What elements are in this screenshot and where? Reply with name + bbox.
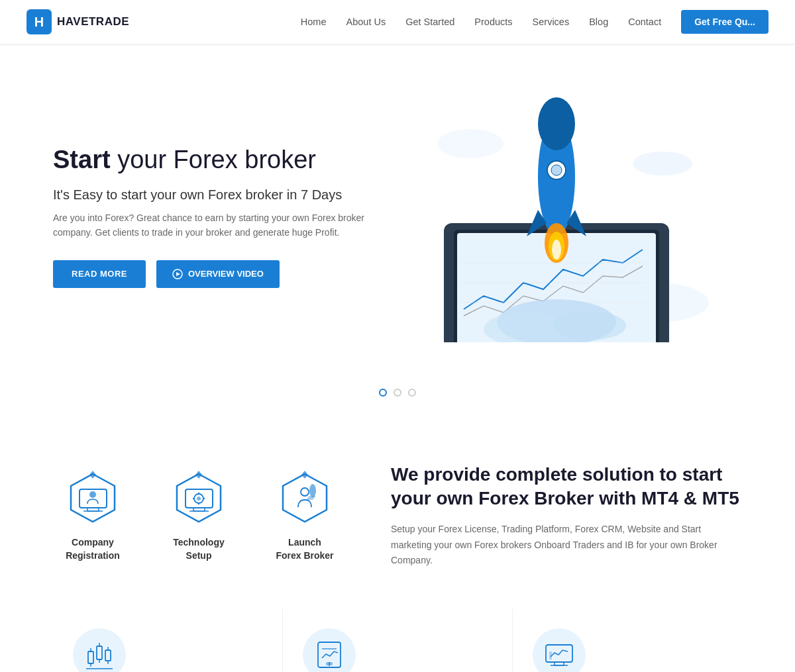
site-header: H HAVETRADE Home About Us Get Started Pr… [0,0,795,44]
slider-dot-3[interactable] [408,389,416,397]
trader-portal-icon [543,638,576,671]
svg-marker-49 [306,496,316,500]
features-heading: We provide complete solution to start yo… [391,463,742,511]
features-icons: Company Registration [53,469,344,562]
svg-point-40 [197,497,201,501]
features-description: We provide complete solution to start yo… [371,463,742,569]
svg-point-18 [538,97,575,150]
features-section: Company Registration [0,423,795,608]
tech-setup-label: TechnologySetup [173,536,225,562]
svg-point-20 [551,165,562,175]
svg-point-26 [437,129,504,158]
nav-get-started[interactable]: Get Started [405,17,454,27]
svg-point-16 [553,311,626,340]
company-reg-icon [65,471,121,527]
svg-rect-56 [105,650,111,661]
hero-section: Start your Forex broker It's Easy to sta… [0,44,795,375]
launch-broker-icon [277,471,333,527]
tech-setup-icon [171,471,227,527]
feature-launch-broker: LaunchForex Broker [265,469,344,562]
nav-services[interactable]: Services [533,17,570,27]
logo-icon: H [26,9,52,34]
hero-graphic [404,91,709,342]
logo-text: HAVETRADE [57,15,129,28]
company-reg-label: Company Registration [66,536,120,562]
feature-tech-setup: TechnologySetup [159,469,238,562]
hero-buttons: READ MORE OVERVIEW VIDEO [53,260,371,288]
nav-blog[interactable]: Blog [589,17,608,27]
forex-license-icon-wrap [303,628,356,672]
launch-broker-label: LaunchForex Broker [276,536,333,562]
company-reg-icon-wrap [63,469,123,528]
hero-title: Start your Forex broker [53,145,371,175]
launch-broker-icon-wrap [275,469,335,528]
hero-description: Are you into Forex? Great chance to earn… [53,211,371,240]
play-icon [172,269,183,279]
svg-marker-3 [176,272,180,276]
nav-contact[interactable]: Contact [628,17,661,27]
card-forex-license: Forex License Establish your own Forex B… [283,608,513,672]
features-text: Setup your Forex License, Trading Platfo… [391,522,742,569]
slider-dots [0,375,795,423]
svg-marker-35 [195,471,202,479]
card-trader-portal: Trader Portal Have Branded Client Portal… [513,608,742,672]
nav-home[interactable]: Home [301,17,327,27]
hero-illustration [371,84,742,349]
svg-point-33 [89,491,96,498]
trader-portal-icon-wrap [533,628,586,672]
cards-section: Trading Platform Get your branded Forex … [0,608,795,672]
cta-button[interactable]: Get Free Qu... [681,10,768,34]
nav-about[interactable]: About Us [346,17,386,27]
svg-rect-50 [88,651,93,663]
trading-platform-icon-wrap [73,628,126,672]
svg-rect-53 [97,646,102,659]
main-nav: Home About Us Get Started Products Servi… [301,10,768,34]
slider-dot-2[interactable] [394,389,401,397]
svg-point-47 [301,488,309,496]
slider-dot-1[interactable] [379,389,387,397]
svg-point-25 [552,240,561,260]
svg-point-48 [309,484,316,497]
trading-platform-icon [83,638,116,671]
card-trading-platform: Trading Platform Get your branded Forex … [53,608,283,672]
read-more-button[interactable]: READ MORE [53,260,146,288]
svg-text:H: H [34,15,44,29]
logo[interactable]: H HAVETRADE [26,9,129,34]
hero-content: Start your Forex broker It's Easy to sta… [53,145,371,287]
overview-video-button[interactable]: OVERVIEW VIDEO [156,260,280,288]
tech-setup-icon-wrap [169,469,229,528]
forex-license-icon [313,638,346,671]
nav-products[interactable]: Products [474,17,512,27]
feature-company-reg: Company Registration [53,469,132,562]
svg-point-27 [633,152,692,175]
hero-subtitle: It's Easy to start your own Forex broker… [53,187,371,203]
svg-marker-46 [301,471,308,479]
svg-rect-67 [549,651,552,659]
svg-marker-29 [89,471,96,479]
svg-marker-45 [283,474,327,522]
